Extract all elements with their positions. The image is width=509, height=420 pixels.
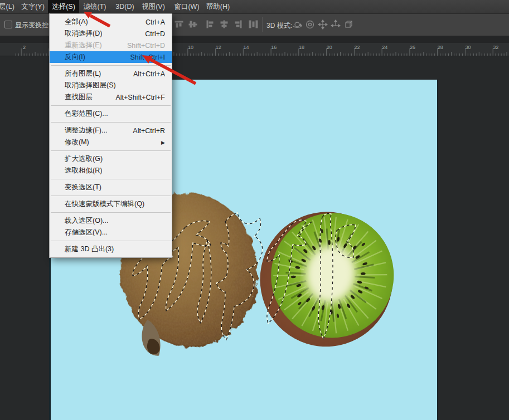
menu-bar: 层(L)文字(Y)选择(S)滤镜(T)3D(D)视图(V)窗口(W)帮助(H) (0, 0, 509, 14)
ruler-label: 16 (271, 45, 277, 50)
menubar-item[interactable]: 窗口(W) (171, 0, 203, 13)
menu-item-label: 反向(I) (65, 52, 85, 62)
menu-separator (51, 65, 171, 66)
menu-item[interactable]: 选取相似(R) (50, 165, 172, 177)
menu-item-label: 在快速蒙版模式下编辑(Q) (65, 199, 144, 209)
menu-item[interactable]: 反向(I)Shift+Ctrl+I (50, 51, 172, 63)
ruler-label: 20 (327, 45, 332, 50)
align-vcenter-icon[interactable] (188, 19, 198, 29)
menu-item-label: 查找图层 (65, 92, 93, 102)
menu-item-shortcut: Shift+Ctrl+D (127, 42, 165, 50)
menu-item-shortcut: Alt+Ctrl+R (133, 127, 165, 135)
menu-item[interactable]: 查找图层Alt+Shift+Ctrl+F (50, 91, 172, 103)
menubar-item[interactable]: 3D(D) (112, 0, 138, 13)
ruler-label: 12 (216, 45, 221, 50)
menubar-item[interactable]: 视图(V) (138, 0, 168, 13)
menu-item[interactable]: 新建 3D 凸出(3) (50, 243, 172, 255)
ruler-label: 26 (410, 45, 415, 50)
menu-item: 重新选择(E)Shift+Ctrl+D (50, 40, 172, 51)
align-top-icon[interactable] (174, 19, 184, 29)
menu-separator (51, 241, 171, 241)
ruler-label: 18 (299, 45, 304, 50)
select-menu: 全部(A)Ctrl+A取消选择(D)Ctrl+D重新选择(E)Shift+Ctr… (49, 13, 172, 258)
menu-item-label: 全部(A) (65, 17, 88, 27)
3d-roll-icon[interactable] (305, 19, 316, 30)
menu-item[interactable]: 所有图层(L)Alt+Ctrl+A (50, 68, 172, 80)
menubar-item[interactable]: 选择(S) (48, 0, 79, 13)
show-transform-checkbox[interactable] (4, 21, 12, 28)
ruler-label: 30 (466, 45, 471, 50)
align-hcenter-icon[interactable] (219, 19, 229, 29)
menu-item[interactable]: 取消选择(D)Ctrl+D (50, 28, 172, 40)
align-left-icon[interactable] (205, 19, 215, 29)
menu-separator (51, 196, 171, 196)
menu-item-label: 载入选区(O)... (65, 216, 108, 226)
distribute-icon[interactable] (248, 19, 259, 29)
menu-item-label: 重新选择(E) (65, 41, 102, 50)
options-divider (262, 17, 263, 32)
menu-item[interactable]: 修改(M)▶ (50, 136, 172, 148)
3d-scale-icon[interactable] (343, 19, 354, 30)
menubar-item[interactable]: 层(L) (0, 0, 17, 13)
menu-separator (51, 122, 171, 123)
ruler-label: 10 (188, 45, 193, 50)
menu-item-label: 取消选择(D) (65, 29, 102, 38)
3d-slide-icon[interactable] (331, 19, 341, 30)
menu-item[interactable]: 全部(A)Ctrl+A (50, 16, 172, 28)
3d-mode-label: 3D 模式: (266, 21, 292, 31)
align-right-icon[interactable] (233, 19, 243, 29)
menu-item[interactable]: 在快速蒙版模式下编辑(Q) (50, 198, 172, 210)
menu-item-shortcut: Ctrl+D (145, 30, 165, 38)
ruler-label: 32 (493, 45, 498, 50)
menu-item-label: 所有图层(L) (65, 69, 101, 79)
menu-item-shortcut: Shift+Ctrl+I (130, 53, 165, 61)
menu-item-shortcut: Alt+Shift+Ctrl+F (115, 94, 165, 101)
ruler-label: 14 (244, 45, 249, 50)
menu-separator (51, 212, 171, 213)
menu-item-shortcut: Alt+Ctrl+A (133, 70, 165, 78)
ruler-label: 24 (382, 45, 387, 50)
menu-item-label: 扩大选取(G) (65, 154, 103, 164)
menu-item-label: 选取相似(R) (65, 166, 102, 175)
menu-item-label: 存储选区(V)... (65, 228, 108, 237)
ruler-label: 28 (438, 45, 443, 50)
ruler-label: 22 (355, 45, 360, 50)
menu-item[interactable]: 色彩范围(C)... (50, 108, 172, 120)
menu-separator (51, 150, 171, 151)
menu-item-label: 色彩范围(C)... (65, 109, 108, 119)
menu-item[interactable]: 取消选择图层(S) (50, 80, 172, 91)
menu-separator (51, 179, 171, 179)
menu-item[interactable]: 扩大选取(G) (50, 153, 172, 165)
photoshop-window: 层(L)文字(Y)选择(S)滤镜(T)3D(D)视图(V)窗口(W)帮助(H) … (0, 0, 509, 420)
menu-item-shortcut: Ctrl+A (146, 18, 165, 26)
menu-item[interactable]: 变换选区(T) (50, 182, 172, 193)
menubar-item[interactable]: 文字(Y) (18, 0, 48, 13)
menu-item-label: 修改(M) (65, 138, 89, 147)
menu-separator (51, 105, 171, 106)
submenu-arrow-icon: ▶ (161, 140, 165, 145)
3d-orbit-icon[interactable] (292, 19, 303, 30)
menu-item[interactable]: 调整边缘(F)...Alt+Ctrl+R (50, 125, 172, 136)
menu-item-label: 变换选区(T) (65, 183, 101, 192)
3d-pan-icon[interactable] (318, 19, 328, 30)
menu-item[interactable]: 载入选区(O)... (50, 215, 172, 227)
menu-item-label: 取消选择图层(S) (65, 81, 116, 90)
menu-item-label: 新建 3D 凸出(3) (65, 245, 114, 254)
menubar-item[interactable]: 滤镜(T) (79, 0, 110, 13)
menu-item[interactable]: 存储选区(V)... (50, 227, 172, 238)
menu-item-label: 调整边缘(F)... (65, 126, 107, 135)
ruler-label: 2 (23, 45, 26, 50)
menubar-item[interactable]: 帮助(H) (203, 0, 233, 13)
